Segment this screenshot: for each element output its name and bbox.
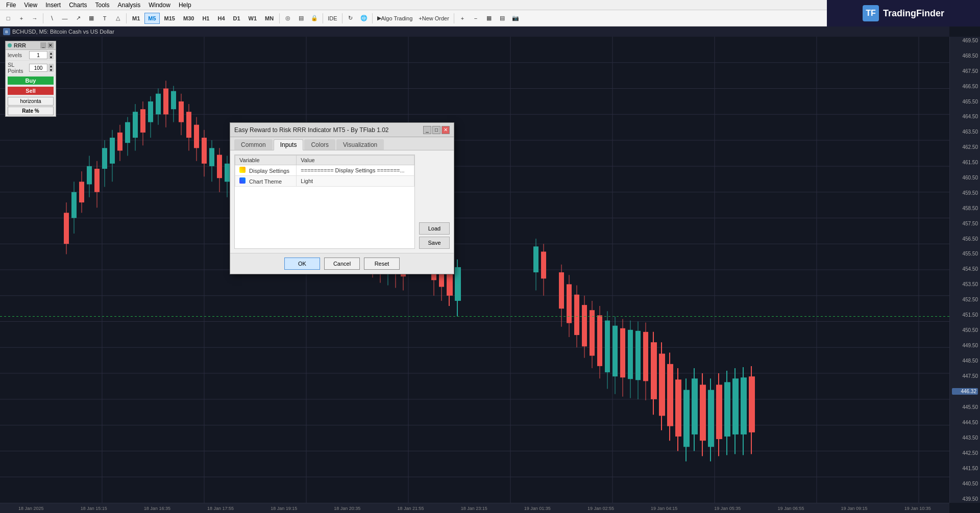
dialog-window-controls: _ □ ✕ (423, 126, 450, 134)
load-button[interactable]: Load (419, 222, 450, 235)
dialog-title: Easy Reward to Risk RRR Indicator MT5 - … (234, 126, 389, 134)
modal-overlay: Easy Reward to Risk RRR Indicator MT5 - … (0, 0, 980, 513)
reset-button[interactable]: Reset (364, 258, 400, 270)
row1-variable: Display Settings (235, 165, 297, 176)
dialog-tabs: Common Inputs Colors Visualization (230, 137, 454, 150)
tab-inputs[interactable]: Inputs (274, 139, 304, 150)
tab-common[interactable]: Common (234, 139, 273, 150)
ok-button[interactable]: OK (284, 258, 320, 270)
row1-icon (239, 167, 246, 173)
dialog-close-btn[interactable]: ✕ (442, 126, 450, 134)
dialog-minimize-btn[interactable]: _ (423, 126, 431, 134)
table-row[interactable]: Display Settings ========== Display Sett… (235, 165, 414, 176)
variables-table: Variable Value Display Settings ========… (235, 155, 414, 187)
dialog: Easy Reward to Risk RRR Indicator MT5 - … (230, 122, 454, 274)
col-value: Value (297, 156, 414, 165)
dialog-content: Variable Value Display Settings ========… (230, 150, 454, 253)
dialog-maximize-btn[interactable]: □ (432, 126, 440, 134)
row2-variable-text: Chart Theme (249, 178, 282, 185)
col-variable: Variable (235, 156, 297, 165)
cancel-button[interactable]: Cancel (324, 258, 360, 270)
row2-variable: Chart Theme (235, 176, 297, 187)
row2-value: Light (297, 176, 414, 187)
tab-colors[interactable]: Colors (304, 139, 335, 150)
save-button[interactable]: Save (419, 237, 450, 249)
dialog-footer: OK Cancel Reset (230, 253, 454, 274)
row2-icon (239, 177, 246, 184)
row1-variable-text: Display Settings (249, 168, 289, 174)
tab-visualization[interactable]: Visualization (336, 139, 384, 150)
row1-value: ========== Display Settings =======... (297, 165, 414, 176)
dialog-titlebar[interactable]: Easy Reward to Risk RRR Indicator MT5 - … (230, 123, 454, 137)
table-row[interactable]: Chart Theme Light (235, 176, 414, 187)
